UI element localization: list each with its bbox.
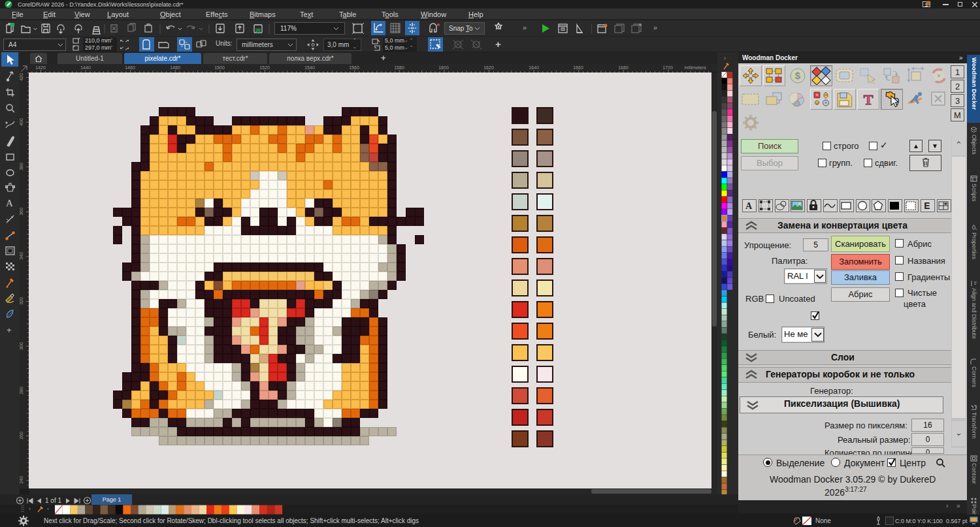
svg-text:$: $ [795,70,801,81]
svg-text:+: + [825,101,827,105]
svg-text:x: x [816,101,818,105]
svg-text:+: + [825,93,827,97]
svg-text:A: A [745,201,753,211]
svg-text:+: + [815,92,819,98]
svg-text:T: T [864,91,874,108]
svg-text:E: E [924,200,930,211]
